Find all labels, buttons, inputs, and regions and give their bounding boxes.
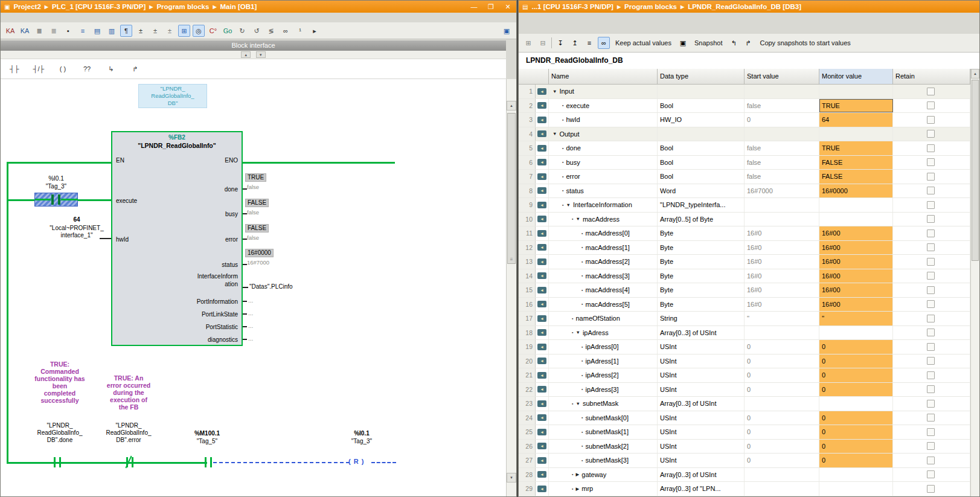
data-type-cell[interactable]: Byte [658,241,745,255]
interface-information-operand[interactable]: "Datas".PLCinfo [249,283,293,290]
name-cell[interactable]: ▪error [549,170,658,184]
start-value-cell[interactable]: 0 [745,354,819,368]
start-value-cell[interactable]: '' [745,312,819,325]
monitor-value-cell[interactable]: 0 [819,411,893,425]
monitor-value-cell[interactable]: '' [819,312,893,325]
monitor-value-cell[interactable]: TRUE [819,141,893,155]
table-row[interactable]: 11 ◂ ▪macAddress[0] Byte 16#0 16#00 [519,226,970,241]
expander-icon[interactable]: ▼ [552,89,557,94]
table-row[interactable]: 16 ◂ ▪macAddress[5] Byte 16#0 16#00 [519,298,970,312]
done-contact-operand[interactable]: "LPNDR_ ReadGlobalInfo_ DB".done [22,422,97,444]
retain-checkbox[interactable] [927,116,935,124]
instance-db-box[interactable]: "LPNDR_ ReadGlobalInfo_ DB" [138,84,207,108]
retain-checkbox[interactable] [927,457,935,464]
table-row[interactable]: 21 ◂ ▪ipAdress[2] USInt 0 0 [519,368,970,383]
data-type-cell[interactable]: USInt [658,354,745,368]
table-row[interactable]: 20 ◂ ▪ipAdress[1] USInt 0 0 [519,354,970,369]
start-value-cell[interactable]: 0 [745,383,819,397]
delete-network-icon[interactable]: ≣ [48,25,60,37]
data-type-cell[interactable]: Array[0..3] of "LPN... [658,482,745,496]
monitor-value-cell[interactable] [819,127,893,141]
name-cell[interactable]: ▪▼ipAdress [549,326,658,340]
member-name[interactable]: hwId [566,116,580,123]
data-type-cell[interactable]: Array[0..3] of USInt [658,397,745,411]
pin-port-link-state[interactable]: PortLinkState [202,310,238,318]
data-type-cell[interactable]: Byte [658,226,745,240]
db-vertical-scrollbar[interactable]: ▲ [970,69,979,496]
go-to-icon[interactable]: Go [222,25,234,37]
data-type-cell[interactable]: USInt [658,454,745,467]
retain-checkbox[interactable] [927,173,935,181]
data-type-cell[interactable]: Array[0..3] of USInt [658,468,745,482]
member-name[interactable]: subnetMask[1] [585,428,629,435]
data-type-cell[interactable]: Bool [658,141,745,155]
start-value-cell[interactable] [745,326,819,340]
data-type-cell[interactable]: Array[0..3] of USInt [658,326,745,340]
retain-checkbox[interactable] [927,215,935,223]
member-name[interactable]: InterfaceInformation [573,201,632,208]
member-name[interactable]: subnetMask[3] [585,457,629,464]
breadcrumb-plc[interactable]: ...1 [CPU 1516F-3 PN/DP] [531,3,613,10]
block-interface-bar[interactable]: Block interface [1,40,506,51]
name-cell[interactable]: ▪ipAdress[2] [549,368,658,382]
scroll-up-button[interactable]: ▲ [507,101,516,111]
retain-checkbox[interactable] [927,442,935,450]
retain-checkbox[interactable] [927,371,935,379]
table-row[interactable]: 6 ◂ ▪busy Bool false FALSE [519,156,970,170]
scroll-up-button[interactable]: ▲ [971,69,979,79]
pin-error[interactable]: error [225,236,238,243]
expander-icon[interactable]: ▼ [575,330,580,335]
retain-checkbox[interactable] [927,88,935,95]
update-calls-icon[interactable]: ↻ [236,25,248,37]
coil-tag[interactable]: "Tag_3" [336,438,387,445]
lock-values-icon[interactable]: ▣ [677,37,689,49]
start-value-cell[interactable]: false [745,156,819,170]
retain-checkbox[interactable] [927,385,935,393]
name-cell[interactable]: ▪macAddress[5] [549,298,658,312]
start-value-cell[interactable]: false [745,99,819,113]
minimize-button[interactable]: — [469,3,479,11]
expander-icon[interactable]: ▼ [575,401,580,406]
start-value-cell[interactable]: 16#0 [745,298,819,312]
data-type-cell[interactable]: Word [658,184,745,198]
retain-checkbox[interactable] [927,329,935,336]
member-name[interactable]: ipAdress [583,329,609,336]
hwid-operand-name[interactable]: "Local~PROFINET_ interface_1" [36,225,118,239]
favorites-icon[interactable]: ⊞ [178,25,190,37]
data-type-cell[interactable] [658,127,745,141]
retain-checkbox[interactable] [927,158,935,166]
expander-icon[interactable]: ▼ [575,216,580,222]
expand-networks-icon[interactable]: ▤ [91,25,103,37]
close-button[interactable]: ✕ [503,3,513,11]
status-monitor-box[interactable]: 16#0000 [245,249,274,257]
scroll-thumb[interactable] [972,80,979,261]
start-value-cell[interactable]: 0 [745,454,819,467]
name-cell[interactable]: ▪▶gateway [549,468,658,482]
member-name[interactable]: macAddress[5] [585,301,629,308]
table-row[interactable]: 5 ◂ ▪done Bool false TRUE [519,141,970,156]
name-cell[interactable]: ▪done [549,141,658,155]
monitor-value-cell[interactable] [819,213,893,226]
start-value-cell[interactable]: 16#0 [745,269,819,283]
name-cell[interactable]: ▪status [549,184,658,198]
name-cell[interactable]: ▪subnetMask[1] [549,425,658,439]
done-contact[interactable] [54,457,56,467]
table-row[interactable]: 18 ◂ ▪▼ipAdress Array[0..3] of USInt [519,326,970,341]
table-row[interactable]: 7 ◂ ▪error Bool false FALSE [519,170,970,184]
diagnostics-placeholder[interactable]: ... [248,335,253,342]
port-information-placeholder[interactable]: ... [248,297,253,304]
collapse-parameters-icon[interactable]: ± [149,25,161,37]
expand-all-members-icon[interactable]: ≡ [583,37,595,49]
fb-call-block[interactable]: %FB2 "LPNDR_ReadGlobalInfo" EN ENO execu… [111,131,243,346]
name-cell[interactable]: ▪macAddress[1] [549,241,658,255]
monitor-value-cell[interactable]: 0 [819,454,893,467]
start-value-cell[interactable]: false [745,141,819,155]
data-type-cell[interactable]: USInt [658,425,745,439]
retain-checkbox[interactable] [927,343,935,351]
name-cell[interactable]: ▪hwId [549,113,658,127]
member-name[interactable]: macAddress[4] [585,286,629,293]
data-type-cell[interactable]: Byte [658,283,745,297]
hwid-value[interactable]: 64 [55,216,98,223]
tag5-contact[interactable] [210,457,212,467]
retain-checkbox[interactable] [927,470,935,478]
